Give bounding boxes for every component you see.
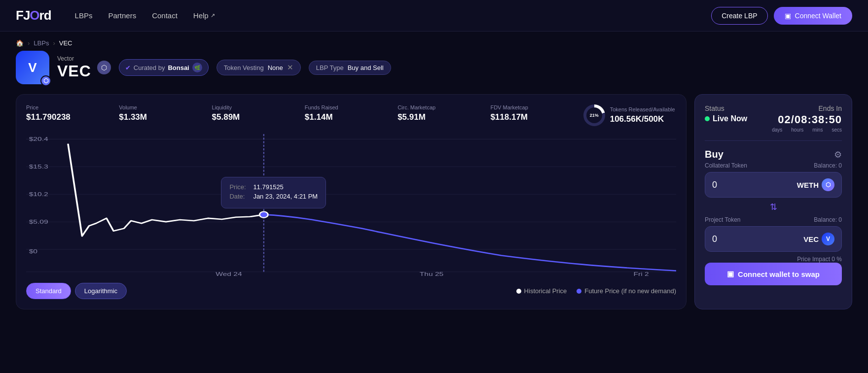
connect-swap-button[interactable]: ▣ Connect wallet to swap (705, 263, 842, 285)
status-label: Status (705, 104, 747, 112)
stat-tokens: 21% Tokens Released/Available 106.56K/50… (583, 104, 676, 126)
nav-partners[interactable]: Partners (108, 11, 136, 20)
price-impact-value: 0 % (832, 256, 842, 263)
price-impact-label: Price Impact (797, 256, 830, 263)
wallet-swap-icon: ▣ (727, 270, 734, 278)
curated-tag: ✔ Curated by Bonsai 🌿 (119, 59, 209, 76)
bonsai-avatar: 🌿 (192, 63, 202, 72)
svg-text:$0: $0 (29, 248, 38, 255)
timer-sublabels: days hours mins secs (772, 127, 842, 133)
collateral-token-selector[interactable]: WETH ⬡ (797, 178, 834, 191)
side-panel: Status Live Now Ends In 02/08:38:50 days… (694, 94, 852, 309)
project-token-selector[interactable]: VEC V (803, 233, 834, 245)
collateral-amount-input[interactable] (712, 180, 752, 190)
chart-svg: $20.4 $15.3 $10.2 $5.09 $0 Wed 24 Thu (26, 134, 676, 277)
panel-divider (705, 140, 842, 141)
svg-text:Fri 2: Fri 2 (634, 271, 649, 277)
lbp-type-value: Buy and Sell (348, 64, 384, 71)
lbp-type-tag: LBP Type Buy and Sell (309, 61, 391, 75)
legend-future-label: Future Price (if no new demand) (584, 287, 676, 295)
project-input-field: VEC V (705, 226, 842, 252)
vesting-close-icon[interactable]: ✕ (287, 63, 293, 72)
breadcrumb-lbps[interactable]: LBPs (34, 39, 49, 47)
svg-point-12 (259, 211, 268, 217)
swap-arrow[interactable]: ⇅ (705, 202, 842, 212)
wallet-icon: ▣ (785, 12, 791, 20)
token-header: V ⬡ Vector VEC ⬡ ✔ Curated by Bonsai 🌿 T… (16, 51, 852, 84)
ends-in-label: Ends In (772, 104, 842, 112)
legend-historical: Historical Price (516, 287, 567, 295)
vec-icon: V (822, 233, 834, 245)
svg-text:$10.2: $10.2 (29, 191, 48, 198)
token-vesting-tag: Token Vesting None ✕ (217, 60, 301, 75)
buy-header: Buy ⚙ (705, 149, 842, 160)
breadcrumb: 🏠 › LBPs › VEC (0, 32, 868, 51)
vesting-label: Token Vesting (224, 64, 264, 71)
create-lbp-button[interactable]: Create LBP (711, 7, 767, 25)
status-dot (705, 116, 710, 121)
external-link-icon: ↗ (211, 12, 215, 19)
vesting-value: None (268, 64, 283, 71)
bonsai-label: Bonsai (168, 64, 189, 71)
days-label: days (772, 127, 782, 133)
tokens-circle: 21% (583, 104, 605, 126)
token-label: Vector (57, 55, 91, 62)
nav-lbps[interactable]: LBPs (75, 11, 93, 20)
stat-funds-raised: Funds Raised $1.14M (305, 104, 398, 126)
collateral-token-label: WETH (797, 181, 819, 189)
stat-liquidity: Liquidity $5.89M (212, 104, 305, 126)
legend-hist-dot (516, 289, 521, 294)
token-name: VEC (57, 62, 91, 80)
mins-label: mins (812, 127, 823, 133)
project-token-label: VEC (803, 235, 819, 243)
weth-icon: ⬡ (822, 178, 834, 191)
status-live-text: Live Now (713, 114, 747, 123)
standard-chart-button[interactable]: Standard (26, 283, 71, 299)
settings-icon[interactable]: ⚙ (834, 149, 842, 160)
breadcrumb-vec: VEC (59, 39, 72, 47)
check-icon: ✔ (125, 64, 131, 71)
svg-text:$20.4: $20.4 (29, 136, 48, 142)
chart-bottom: Standard Logarithmic Historical Price Fu… (26, 283, 676, 299)
project-amount-input[interactable] (712, 234, 752, 244)
chart-legend: Historical Price Future Price (if no new… (516, 287, 676, 295)
eth-network-badge: ⬡ (97, 61, 111, 74)
buy-section: Buy ⚙ Collateral Token Balance: 0 WETH ⬡ (705, 149, 842, 285)
token-logo: V ⬡ (16, 51, 49, 84)
legend-future: Future Price (if no new demand) (577, 287, 676, 295)
project-input-block: Project Token Balance: 0 VEC V (705, 216, 842, 252)
tokens-pct: 21% (586, 107, 602, 123)
hours-label: hours (791, 127, 803, 133)
ends-in-block: Ends In 02/08:38:50 days hours mins secs (772, 104, 842, 133)
status-ends-row: Status Live Now Ends In 02/08:38:50 days… (705, 104, 842, 133)
panels: Price $11.790238 Volume $1.33M Liquidity… (16, 94, 852, 309)
svg-text:$5.09: $5.09 (29, 219, 48, 225)
chart-area: $20.4 $15.3 $10.2 $5.09 $0 Wed 24 Thu (26, 134, 676, 277)
legend-future-dot (577, 289, 581, 294)
stat-fdv-mc: FDV Marketcap $118.17M (490, 104, 583, 126)
secs-label: secs (832, 127, 842, 133)
connect-wallet-button[interactable]: ▣ Connect Wallet (774, 7, 852, 25)
nav-links: LBPs Partners Contact Help ↗ (75, 11, 712, 20)
curated-by-label: Curated by (134, 64, 165, 71)
chart-panel: Price $11.790238 Volume $1.33M Liquidity… (16, 94, 687, 309)
project-label: Project Token (705, 216, 741, 223)
lbp-type-label: LBP Type (316, 64, 344, 71)
collateral-balance: Balance: 0 (814, 162, 842, 169)
home-icon[interactable]: 🏠 (16, 39, 24, 47)
chart-buttons: Standard Logarithmic (26, 283, 127, 299)
nav-contact[interactable]: Contact (152, 11, 178, 20)
status-block: Status Live Now (705, 104, 747, 123)
nav-help[interactable]: Help ↗ (193, 11, 215, 20)
logarithmic-chart-button[interactable]: Logarithmic (75, 283, 127, 299)
stats-row: Price $11.790238 Volume $1.33M Liquidity… (26, 104, 676, 126)
svg-text:Wed 24: Wed 24 (216, 271, 242, 277)
token-logo-letter: V (28, 60, 36, 75)
breadcrumb-sep-2: › (53, 39, 55, 47)
stat-price: Price $11.790238 (26, 104, 119, 126)
project-row-label: Project Token Balance: 0 (705, 216, 842, 223)
collateral-label: Collateral Token (705, 162, 747, 169)
logo: FJOrd (16, 8, 51, 23)
token-eth-badge: ⬡ (40, 75, 51, 86)
price-impact-row: Price Impact 0 % (705, 256, 842, 263)
